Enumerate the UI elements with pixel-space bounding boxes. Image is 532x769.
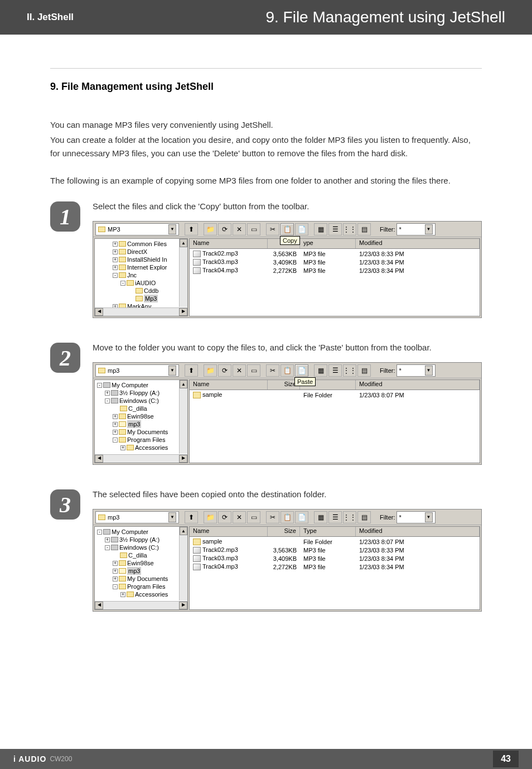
tree-item[interactable]: -Program Files bbox=[96, 583, 186, 590]
list-item[interactable]: Track04.mp32,272KBMP3 file1/23/03 8:34 P… bbox=[190, 563, 480, 571]
expand-icon[interactable]: + bbox=[113, 257, 118, 262]
up-button[interactable]: ⬆ bbox=[185, 223, 198, 235]
chevron-down-icon[interactable]: ▼ bbox=[425, 366, 433, 376]
expand-icon[interactable]: + bbox=[105, 537, 110, 542]
expand-icon[interactable]: - bbox=[113, 584, 118, 589]
hscrollbar[interactable]: ◀▶ bbox=[95, 307, 187, 316]
tree-item[interactable]: +Accessories bbox=[96, 444, 186, 451]
expand-icon[interactable]: + bbox=[113, 242, 118, 247]
tree-item[interactable]: -My Computer bbox=[96, 528, 186, 536]
vscrollbar[interactable]: ▲ bbox=[179, 239, 187, 307]
tree-item[interactable]: +3½ Floppy (A:) bbox=[96, 536, 186, 544]
chevron-down-icon[interactable]: ▼ bbox=[168, 224, 176, 234]
refresh-button[interactable]: ⟳ bbox=[218, 223, 231, 235]
tree-item[interactable]: -iAUDIO bbox=[96, 279, 186, 287]
list-item[interactable]: sampleFile Folder1/23/03 8:07 PM bbox=[190, 391, 480, 399]
refresh-button[interactable]: ⟳ bbox=[218, 511, 231, 523]
expand-icon[interactable]: + bbox=[113, 249, 118, 254]
tree-item[interactable]: +Ewin98se bbox=[96, 559, 186, 567]
expand-icon[interactable]: + bbox=[113, 576, 118, 581]
expand-icon[interactable]: + bbox=[113, 430, 118, 435]
list-header[interactable]: Name Size Type Modified bbox=[190, 527, 480, 537]
expand-icon[interactable]: + bbox=[120, 445, 125, 450]
tree-pane[interactable]: -My Computer+3½ Floppy (A:)-Ewindows (C:… bbox=[94, 526, 188, 610]
tree-item[interactable]: Cddb bbox=[96, 287, 186, 295]
chevron-down-icon[interactable]: ▼ bbox=[168, 512, 176, 522]
col-modified[interactable]: Modified bbox=[356, 527, 480, 536]
up-button[interactable]: ⬆ bbox=[185, 511, 198, 523]
tree-item[interactable]: -Program Files bbox=[96, 436, 186, 444]
view-list-button[interactable]: ☰ bbox=[328, 364, 342, 377]
tree-item[interactable]: +My Documents bbox=[96, 575, 186, 583]
list-pane[interactable]: Name Size Type Modified sampleFile Folde… bbox=[189, 526, 480, 610]
expand-icon[interactable]: - bbox=[105, 545, 110, 550]
expand-icon[interactable]: - bbox=[113, 438, 118, 443]
chevron-down-icon[interactable]: ▼ bbox=[425, 512, 433, 522]
new-folder-button[interactable]: 📁 bbox=[204, 364, 217, 377]
expand-icon[interactable]: - bbox=[97, 383, 102, 388]
list-header[interactable]: Name Si ype Modified bbox=[190, 239, 480, 249]
list-item[interactable]: Track02.mp33,563KBMP3 file1/23/03 8:33 P… bbox=[190, 249, 480, 258]
view-icons-button[interactable]: ▦ bbox=[314, 364, 327, 377]
hscrollbar[interactable]: ◀▶ bbox=[95, 454, 187, 463]
expand-icon[interactable]: - bbox=[97, 530, 102, 535]
expand-icon[interactable]: + bbox=[113, 569, 118, 574]
path-combo[interactable]: mp3 ▼ bbox=[95, 364, 179, 377]
copy-button[interactable]: 📋 bbox=[280, 511, 294, 523]
delete-button[interactable]: ✕ bbox=[233, 223, 246, 235]
list-header[interactable]: Name Size T Modified bbox=[190, 380, 480, 390]
tree-item[interactable]: -Jnc bbox=[96, 271, 186, 279]
filter-combo[interactable]: * ▼ bbox=[396, 364, 436, 377]
expand-icon[interactable]: + bbox=[113, 561, 118, 566]
chevron-down-icon[interactable]: ▼ bbox=[168, 366, 176, 376]
expand-icon[interactable]: + bbox=[113, 414, 118, 419]
view-icons-button[interactable]: ▦ bbox=[314, 223, 327, 235]
tree-item[interactable]: +Common Files bbox=[96, 240, 186, 248]
copy-button[interactable]: 📋 bbox=[280, 364, 294, 377]
refresh-button[interactable]: ⟳ bbox=[218, 364, 231, 377]
chevron-down-icon[interactable]: ▼ bbox=[425, 224, 433, 234]
tree-item[interactable]: +Internet Explor bbox=[96, 263, 186, 271]
paste-button[interactable]: 📄 bbox=[295, 223, 308, 235]
tree-item[interactable]: +mp3 bbox=[96, 420, 186, 428]
tree-item[interactable]: +My Documents bbox=[96, 428, 186, 436]
col-size[interactable]: Size bbox=[268, 527, 300, 536]
col-name[interactable]: Name bbox=[190, 380, 268, 390]
delete-button[interactable]: ✕ bbox=[233, 511, 246, 523]
properties-button[interactable]: ▭ bbox=[247, 511, 260, 523]
vscrollbar[interactable]: ▲ bbox=[179, 380, 187, 454]
view-list-button[interactable]: ☰ bbox=[328, 223, 342, 235]
col-type[interactable]: ype bbox=[300, 239, 356, 248]
col-type[interactable]: Type bbox=[300, 527, 356, 536]
list-item[interactable]: Track03.mp33,409KBMP3 file1/23/03 8:34 P… bbox=[190, 554, 480, 563]
tree-item[interactable]: +DirectX bbox=[96, 248, 186, 256]
tree-item[interactable]: Mp3 bbox=[96, 295, 186, 302]
expand-icon[interactable]: + bbox=[113, 422, 118, 427]
cut-button[interactable]: ✂ bbox=[266, 364, 279, 377]
tree-item[interactable]: C_dilla bbox=[96, 405, 186, 412]
tree-item[interactable]: C_dilla bbox=[96, 551, 186, 559]
filter-combo[interactable]: * ▼ bbox=[396, 223, 436, 235]
tree-item[interactable]: +3½ Floppy (A:) bbox=[96, 389, 186, 397]
new-folder-button[interactable]: 📁 bbox=[204, 511, 217, 523]
paste-button[interactable]: 📄 bbox=[295, 511, 308, 523]
expand-icon[interactable]: + bbox=[105, 391, 110, 396]
expand-icon[interactable]: - bbox=[113, 273, 118, 278]
list-item[interactable]: Track03.mp33,409KBMP3 file1/23/03 8:34 P… bbox=[190, 258, 480, 266]
delete-button[interactable]: ✕ bbox=[233, 364, 246, 377]
tree-pane[interactable]: -My Computer+3½ Floppy (A:)-Ewindows (C:… bbox=[94, 379, 188, 463]
tree-item[interactable]: -Ewindows (C:) bbox=[96, 544, 186, 551]
path-combo[interactable]: MP3 ▼ bbox=[95, 223, 179, 235]
cut-button[interactable]: ✂ bbox=[266, 511, 279, 523]
view-thumb-button[interactable]: ▤ bbox=[357, 511, 371, 523]
tree-item[interactable]: +Ewin98se bbox=[96, 412, 186, 420]
view-details-button[interactable]: ⋮⋮ bbox=[343, 364, 356, 377]
expand-icon[interactable]: - bbox=[120, 281, 125, 286]
list-item[interactable]: Track04.mp32,272KBMP3 file1/23/03 8:34 P… bbox=[190, 266, 480, 275]
properties-button[interactable]: ▭ bbox=[247, 364, 260, 377]
col-name[interactable]: Name bbox=[190, 239, 268, 248]
cut-button[interactable]: ✂ bbox=[266, 223, 279, 235]
vscrollbar[interactable]: ▲ bbox=[179, 527, 187, 600]
view-thumb-button[interactable]: ▤ bbox=[357, 364, 371, 377]
col-name[interactable]: Name bbox=[190, 527, 268, 536]
